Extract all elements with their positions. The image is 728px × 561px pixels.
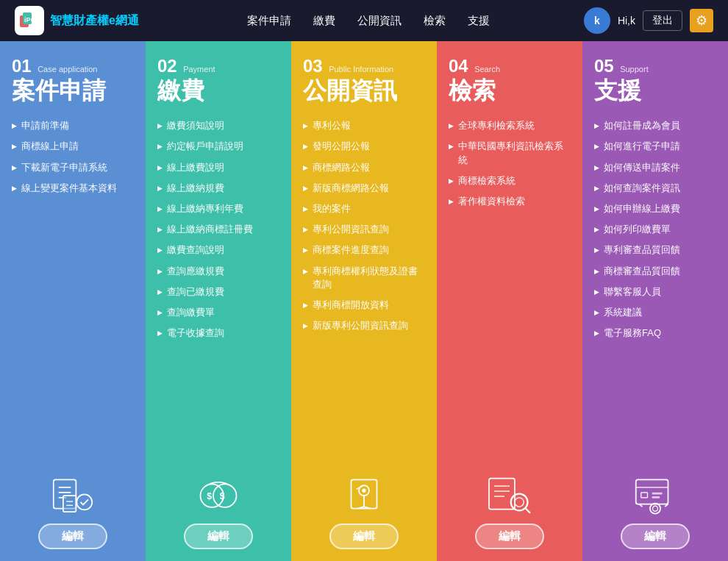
list-item[interactable]: 專利公報 (303, 115, 425, 136)
column-case-application: 01 Case application 案件申請 申請前準備 商標線上申請 下載… (0, 41, 146, 561)
list-item[interactable]: 我的案件 (303, 199, 425, 219)
logout-button[interactable]: 登出 (643, 10, 682, 31)
list-item[interactable]: 專利商標開放資料 (303, 295, 425, 315)
list-item[interactable]: 線上繳納規費 (157, 178, 279, 199)
list-item[interactable]: 查詢繳費單 (157, 302, 279, 323)
column-payment: 02 Payment 繳費 繳費須知說明 約定帳戶申請說明 線上繳費說明 線上繳… (146, 41, 291, 561)
col-5-subtitle: Support (620, 65, 649, 74)
svg-line-18 (357, 485, 365, 489)
col-5-header: 05 Support 支援 (594, 56, 716, 104)
col-4-menu: 全球專利檢索系統 中華民國專利資訊檢索系統 商標檢索系統 著作權資料檢索 (449, 115, 571, 463)
list-item[interactable]: 著作權資料檢索 (449, 191, 571, 212)
svg-point-7 (76, 494, 92, 510)
col-4-subtitle: Search (474, 65, 500, 74)
list-item[interactable]: 如何申辦線上繳費 (594, 199, 716, 219)
col-1-subtitle: Case application (38, 65, 97, 74)
list-item[interactable]: 如何列印繳費單 (594, 219, 716, 240)
col-4-header: 04 Search 檢索 (449, 56, 571, 104)
list-item[interactable]: 線上繳納專利年費 (157, 199, 279, 219)
list-item[interactable]: 發明公開公報 (303, 136, 425, 157)
settings-button[interactable]: ⚙ (690, 9, 713, 32)
col-4-title: 檢索 (449, 78, 571, 104)
list-item[interactable]: 如何查詢案件資訊 (594, 178, 716, 199)
public-info-icon (335, 472, 393, 516)
nav-case-application[interactable]: 案件申請 (247, 14, 291, 28)
col-1-menu: 申請前準備 商標線上申請 下載新電子申請系統 線上變更案件基本資料 (12, 115, 134, 463)
search-icon (480, 472, 539, 516)
list-item[interactable]: 系統建議 (594, 302, 716, 323)
col-3-edit-button[interactable]: 編輯 (329, 524, 399, 549)
col-5-title: 支援 (594, 78, 716, 104)
svg-point-25 (515, 498, 524, 507)
header-right: k Hi,k 登出 ⚙ (584, 7, 713, 34)
logo-main-text: 智慧財產權 (50, 14, 109, 26)
col-2-edit-button[interactable]: 編輯 (184, 524, 253, 549)
list-item[interactable]: 如何傳送申請案件 (594, 157, 716, 178)
col-4-number: 04 (449, 56, 468, 76)
support-icon (626, 472, 685, 516)
svg-rect-30 (652, 493, 663, 495)
list-item[interactable]: 新版專利公開資訊查詢 (303, 315, 425, 336)
list-item[interactable]: 如何註冊成為會員 (594, 115, 716, 136)
col-3-number: 03 (303, 56, 323, 76)
list-item[interactable]: 專利商標權利狀態及證書查詢 (303, 261, 425, 295)
column-public-info: 03 Public Information 公開資訊 專利公報 發明公開公報 商… (291, 41, 437, 561)
list-item[interactable]: 專利公開資訊查詢 (303, 219, 425, 240)
svg-rect-31 (652, 496, 660, 499)
logo-text: 智慧財產權e網通 (50, 13, 139, 29)
svg-point-19 (362, 489, 365, 493)
list-item[interactable]: 商標檢索系統 (449, 171, 571, 191)
col-5-menu: 如何註冊成為會員 如何進行電子申請 如何傳送申請案件 如何查詢案件資訊 如何申辦… (594, 115, 716, 463)
list-item[interactable]: 繳費須知說明 (157, 115, 279, 136)
list-item[interactable]: 聯繫客服人員 (594, 282, 716, 302)
list-item[interactable]: 商標審查品質回饋 (594, 261, 716, 282)
case-application-icon (43, 472, 102, 516)
svg-point-32 (650, 504, 660, 514)
nav-support[interactable]: 支援 (468, 14, 490, 28)
column-search: 04 Search 檢索 全球專利檢索系統 中華民國專利資訊檢索系統 商標檢索系… (437, 41, 582, 561)
nav-public-info[interactable]: 公開資訊 (357, 14, 402, 28)
col-5-edit-button[interactable]: 編輯 (621, 524, 690, 549)
list-item[interactable]: 線上繳納商標註冊費 (157, 219, 279, 240)
list-item[interactable]: 如何進行電子申請 (594, 136, 716, 157)
list-item[interactable]: 約定帳戶申請說明 (157, 136, 279, 157)
list-item[interactable]: 中華民國專利資訊檢索系統 (449, 136, 571, 170)
col-1-title: 案件申請 (12, 78, 134, 104)
list-item[interactable]: 查詢已繳規費 (157, 282, 279, 302)
svg-text:$: $ (220, 491, 225, 501)
logo-highlight-text: e網通 (109, 14, 139, 26)
col-5-number: 05 (594, 56, 614, 76)
col-3-bottom: 編輯 (303, 463, 425, 549)
col-4-edit-button[interactable]: 編輯 (475, 524, 544, 549)
svg-point-12 (213, 484, 237, 507)
svg-rect-8 (63, 496, 76, 512)
list-item[interactable]: 商標案件進度查詢 (303, 240, 425, 260)
list-item[interactable]: 電子服務FAQ (594, 323, 716, 343)
logo-icon: iPO (15, 6, 44, 35)
list-item[interactable]: 繳費查詢說明 (157, 240, 279, 260)
col-1-edit-button[interactable]: 編輯 (38, 524, 107, 549)
user-avatar: k (584, 7, 610, 34)
col-2-header: 02 Payment 繳費 (157, 56, 279, 104)
nav-search[interactable]: 檢索 (424, 14, 446, 28)
list-item[interactable]: 商標線上申請 (12, 136, 134, 157)
list-item[interactable]: 新版商標網路公報 (303, 178, 425, 199)
col-5-bottom: 編輯 (594, 463, 716, 549)
list-item[interactable]: 線上繳費說明 (157, 157, 279, 178)
nav-payment[interactable]: 繳費 (313, 14, 335, 28)
list-item[interactable]: 專利審查品質回饋 (594, 240, 716, 260)
list-item[interactable]: 申請前準備 (12, 115, 134, 136)
list-item[interactable]: 線上變更案件基本資料 (12, 178, 134, 199)
list-item[interactable]: 下載新電子申請系統 (12, 157, 134, 178)
col-3-menu: 專利公報 發明公開公報 商標網路公報 新版商標網路公報 我的案件 專利公開資訊查… (303, 115, 425, 463)
col-1-header: 01 Case application 案件申請 (12, 56, 134, 104)
column-support: 05 Support 支援 如何註冊成為會員 如何進行電子申請 如何傳送申請案件… (582, 41, 728, 561)
svg-text:$: $ (207, 491, 212, 501)
list-item[interactable]: 全球專利檢索系統 (449, 115, 571, 136)
list-item[interactable]: 商標網路公報 (303, 157, 425, 178)
col-2-title: 繳費 (157, 78, 279, 104)
col-2-number: 02 (157, 56, 177, 76)
list-item[interactable]: 查詢應繳規費 (157, 261, 279, 282)
list-item[interactable]: 電子收據查詢 (157, 323, 279, 343)
payment-icon: $ $ (189, 472, 248, 516)
